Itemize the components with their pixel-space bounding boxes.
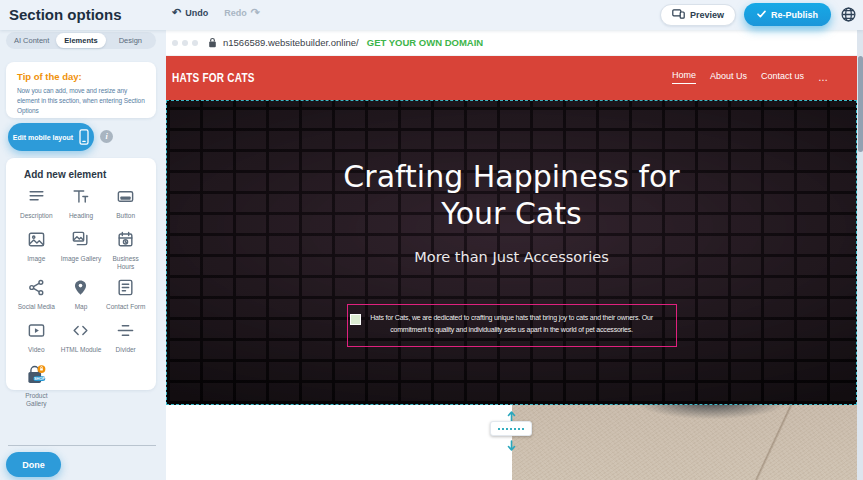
redo-label: Redo bbox=[224, 8, 247, 18]
pavement-image bbox=[512, 405, 857, 480]
tab-elements[interactable]: Elements bbox=[56, 33, 105, 48]
lock-icon bbox=[208, 37, 217, 48]
button-icon bbox=[116, 187, 135, 210]
edit-mobile-label: Edit mobile layout bbox=[13, 134, 73, 141]
nav-home[interactable]: Home bbox=[672, 70, 696, 84]
app-window: Section options ↶ Undo Redo ↷ Preview bbox=[0, 0, 863, 480]
image-gallery-icon bbox=[71, 230, 90, 253]
globe-icon bbox=[840, 6, 857, 23]
sidebar: AI Content Elements Design Tip of the da… bbox=[0, 30, 166, 480]
add-element-title: Add new element bbox=[24, 169, 148, 180]
tip-title: Tip of the day: bbox=[17, 71, 145, 82]
scrollbar-track[interactable] bbox=[857, 30, 863, 480]
nav-more-menu[interactable]: … bbox=[818, 72, 829, 83]
site-preview: HATS FOR CATS Home About Us Contact us …… bbox=[166, 56, 857, 480]
grip-dots-icon bbox=[498, 428, 524, 430]
tip-of-the-day-card: Tip of the day: Now you can add, move an… bbox=[6, 62, 156, 118]
nav-contact-us[interactable]: Contact us bbox=[761, 71, 804, 84]
devices-icon bbox=[672, 9, 685, 21]
map-pin-icon bbox=[71, 278, 90, 301]
phone-icon bbox=[79, 129, 89, 146]
redo-button[interactable]: Redo ↷ bbox=[224, 7, 260, 18]
element-map[interactable]: Map bbox=[59, 278, 104, 315]
hero-paragraph[interactable]: Hats for Cats, we are dedicated to craft… bbox=[352, 312, 672, 337]
element-grid: Description Heading Button Image Image G… bbox=[14, 187, 148, 409]
edit-mobile-layout-button[interactable]: Edit mobile layout bbox=[8, 123, 94, 151]
language-globe-button[interactable] bbox=[839, 6, 857, 24]
info-button[interactable]: i bbox=[100, 130, 113, 143]
hero-paragraph-selection[interactable]: Hats for Cats, we are dedicated to craft… bbox=[347, 304, 677, 347]
description-icon bbox=[27, 187, 46, 210]
contact-form-icon bbox=[116, 278, 135, 301]
window-dots-icon bbox=[172, 40, 198, 46]
element-button[interactable]: Button bbox=[103, 187, 148, 224]
site-nav: Home About Us Contact us … bbox=[672, 70, 829, 84]
topbar-actions: Preview Re-Publish bbox=[660, 3, 857, 26]
element-description[interactable]: Description bbox=[14, 187, 59, 224]
tab-design[interactable]: Design bbox=[106, 33, 155, 48]
element-heading[interactable]: Heading bbox=[59, 187, 104, 224]
history-controls: ↶ Undo Redo ↷ bbox=[172, 7, 260, 18]
browser-chrome: n1566589.websitebuilder.online/ GET YOUR… bbox=[166, 30, 857, 56]
redo-icon: ↷ bbox=[251, 7, 260, 18]
nav-about-us[interactable]: About Us bbox=[710, 71, 747, 84]
tab-ai-content[interactable]: AI Content bbox=[7, 33, 56, 48]
republish-button[interactable]: Re-Publish bbox=[744, 3, 831, 26]
check-icon bbox=[757, 10, 766, 20]
element-html-module[interactable]: HTML Module bbox=[59, 321, 104, 358]
element-image-gallery[interactable]: Image Gallery bbox=[59, 230, 104, 272]
business-hours-icon bbox=[116, 230, 135, 253]
element-contact-form[interactable]: Contact Form bbox=[103, 278, 148, 315]
preview-button[interactable]: Preview bbox=[660, 4, 736, 26]
code-icon bbox=[71, 321, 90, 344]
scrollbar-thumb[interactable] bbox=[858, 56, 863, 152]
page-title: Section options bbox=[9, 6, 122, 23]
hero-section[interactable]: Crafting Happiness for Your Cats More th… bbox=[166, 100, 857, 405]
element-social-media[interactable]: Social Media bbox=[14, 278, 59, 315]
undo-icon: ↶ bbox=[172, 7, 181, 18]
element-product-gallery[interactable]: SHOP Product Gallery bbox=[14, 364, 59, 409]
element-image[interactable]: Image bbox=[14, 230, 59, 272]
shop-badge: SHOP bbox=[34, 376, 45, 381]
social-media-icon bbox=[27, 278, 46, 301]
get-own-domain-link[interactable]: GET YOUR OWN DOMAIN bbox=[367, 37, 483, 48]
preview-canvas: n1566589.websitebuilder.online/ GET YOUR… bbox=[166, 30, 863, 480]
element-business-hours[interactable]: Business Hours bbox=[103, 230, 148, 272]
undo-button[interactable]: ↶ Undo bbox=[172, 7, 208, 18]
done-button[interactable]: Done bbox=[6, 452, 61, 477]
topbar: Section options ↶ Undo Redo ↷ Preview bbox=[0, 0, 863, 30]
site-logo[interactable]: HATS FOR CATS bbox=[172, 71, 255, 85]
hero-heading[interactable]: Crafting Happiness for Your Cats bbox=[322, 159, 702, 233]
product-gallery-icon: SHOP bbox=[23, 364, 49, 390]
hero-subheading[interactable]: More than Just Accessories bbox=[167, 249, 856, 265]
image-icon bbox=[27, 230, 46, 253]
site-header[interactable]: HATS FOR CATS Home About Us Contact us … bbox=[166, 56, 857, 100]
element-drag-handle[interactable] bbox=[350, 314, 361, 325]
sidebar-divider bbox=[8, 445, 156, 446]
resize-arrow-down-icon bbox=[507, 437, 516, 448]
url-text[interactable]: n1566589.websitebuilder.online/ bbox=[223, 37, 359, 48]
sidebar-tabs: AI Content Elements Design bbox=[6, 32, 156, 49]
tip-body: Now you can add, move and resize any ele… bbox=[17, 86, 145, 116]
video-icon bbox=[27, 321, 46, 344]
element-video[interactable]: Video bbox=[14, 321, 59, 358]
info-icon: i bbox=[105, 132, 107, 141]
republish-label: Re-Publish bbox=[771, 10, 818, 20]
section-resize-handle[interactable] bbox=[490, 421, 532, 436]
resize-arrow-up-icon bbox=[507, 408, 516, 419]
add-element-panel: Add new element Description Heading Butt… bbox=[6, 158, 156, 390]
element-divider[interactable]: Divider bbox=[103, 321, 148, 358]
divider-icon bbox=[116, 321, 135, 344]
heading-icon bbox=[71, 187, 90, 210]
preview-label: Preview bbox=[690, 10, 724, 20]
undo-label: Undo bbox=[185, 8, 208, 18]
